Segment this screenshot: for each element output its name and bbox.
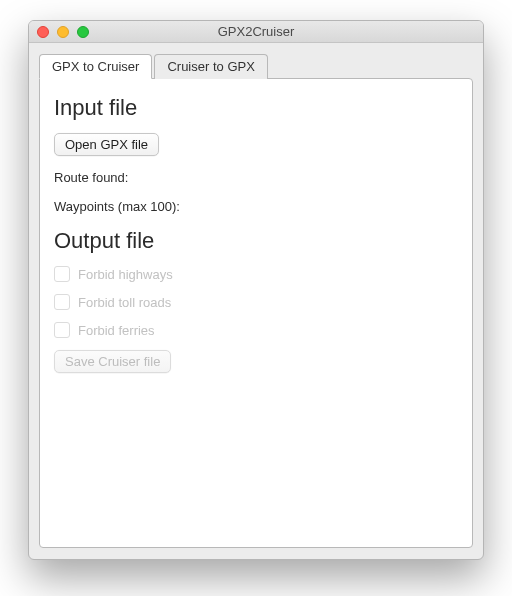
tab-panel: Input file Open GPX file Route found: Wa… — [39, 78, 473, 548]
checkbox-forbid-tollroads[interactable]: Forbid toll roads — [54, 294, 458, 310]
save-cruiser-button[interactable]: Save Cruiser file — [54, 350, 171, 373]
titlebar: GPX2Cruiser — [29, 21, 483, 43]
route-found-label: Route found: — [54, 170, 458, 185]
checkbox-label: Forbid toll roads — [78, 295, 171, 310]
content-area: GPX to Cruiser Cruiser to GPX Input file… — [29, 43, 483, 548]
input-heading: Input file — [54, 95, 458, 121]
checkbox-icon — [54, 266, 70, 282]
checkbox-icon — [54, 322, 70, 338]
checkbox-forbid-ferries[interactable]: Forbid ferries — [54, 322, 458, 338]
checkbox-label: Forbid highways — [78, 267, 173, 282]
tab-bar: GPX to Cruiser Cruiser to GPX — [39, 54, 473, 79]
open-gpx-button[interactable]: Open GPX file — [54, 133, 159, 156]
checkbox-label: Forbid ferries — [78, 323, 155, 338]
checkbox-forbid-highways[interactable]: Forbid highways — [54, 266, 458, 282]
tab-gpx-to-cruiser[interactable]: GPX to Cruiser — [39, 54, 152, 79]
output-heading: Output file — [54, 228, 458, 254]
tab-cruiser-to-gpx[interactable]: Cruiser to GPX — [154, 54, 267, 79]
checkbox-icon — [54, 294, 70, 310]
app-window: GPX2Cruiser GPX to Cruiser Cruiser to GP… — [28, 20, 484, 560]
waypoints-label: Waypoints (max 100): — [54, 199, 458, 214]
window-title: GPX2Cruiser — [29, 24, 483, 39]
